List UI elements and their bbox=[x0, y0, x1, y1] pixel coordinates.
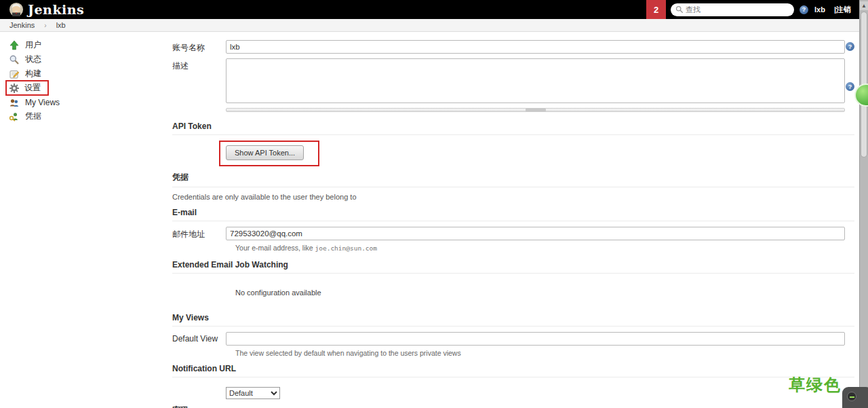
default-view-input[interactable] bbox=[226, 332, 845, 346]
show-api-token-button[interactable]: Show API Token... bbox=[226, 145, 304, 160]
row-end-spacer bbox=[845, 227, 854, 229]
scrollbar-up-arrow-icon[interactable]: ▲ bbox=[860, 1, 868, 10]
search-box[interactable] bbox=[671, 3, 794, 16]
credentials-note: Credentials are only available to the us… bbox=[172, 193, 854, 201]
notification-url-row: Default ? bbox=[163, 387, 854, 399]
breadcrumb-jenkins[interactable]: Jenkins bbox=[9, 21, 35, 29]
sidebar-item-label: 构建 bbox=[25, 68, 41, 79]
build-history-icon bbox=[9, 68, 20, 79]
alert-count-badge[interactable]: 2 bbox=[646, 0, 666, 19]
description-textarea[interactable] bbox=[226, 58, 845, 103]
sidebar-item-label: 状态 bbox=[25, 54, 41, 65]
extended-email-note: No configuration available bbox=[235, 289, 854, 297]
sidebar: 用户 状态 构建 设置 My Views bbox=[0, 32, 156, 124]
account-name-row: 账号名称 ? bbox=[163, 40, 854, 54]
app-title[interactable]: Jenkins bbox=[28, 2, 84, 17]
top-header: Jenkins 2 ? lxb |注销 bbox=[0, 0, 859, 19]
breadcrumb-separator-icon: › bbox=[44, 22, 46, 29]
jenkins-butler-logo-icon[interactable] bbox=[9, 2, 24, 17]
help-icon[interactable]: ? bbox=[846, 82, 854, 91]
minimize-circle-icon bbox=[847, 392, 856, 401]
user-config-form: 账号名称 ? 描述 ? API Token Show API Token... … bbox=[163, 32, 854, 408]
sidebar-item-configure[interactable]: 设置 bbox=[0, 81, 156, 95]
vertical-scrollbar[interactable]: ▲ bbox=[859, 0, 868, 408]
resize-grip-icon bbox=[526, 109, 546, 111]
section-extended-email: Extended Email Job Watching bbox=[172, 260, 854, 274]
breadcrumb: Jenkins › lxb bbox=[0, 19, 859, 32]
jenkins-user-config-page: Jenkins 2 ? lxb |注销 Jenkins › lxb 用户 bbox=[0, 0, 868, 408]
settings-highlight-annotation: 设置 bbox=[5, 80, 49, 96]
account-name-input[interactable] bbox=[226, 40, 845, 54]
default-view-help-text: The view selected by default when naviga… bbox=[235, 349, 854, 357]
description-row: 描述 ? bbox=[163, 58, 854, 105]
help-icon[interactable]: ? bbox=[846, 42, 854, 51]
textarea-resize-handle[interactable] bbox=[226, 108, 845, 112]
search-input[interactable] bbox=[686, 5, 789, 14]
sidebar-item-my-views[interactable]: My Views bbox=[0, 95, 156, 109]
status-search-icon bbox=[9, 54, 20, 65]
email-row: 邮件地址 bbox=[163, 227, 854, 240]
sidebar-item-status[interactable]: 状态 bbox=[0, 52, 156, 67]
sidebar-item-users[interactable]: 用户 bbox=[0, 38, 156, 52]
arrow-up-icon bbox=[9, 39, 20, 51]
email-help-example: joe.chin@sun.com bbox=[315, 244, 378, 252]
sidebar-item-label: 设置 bbox=[24, 82, 41, 94]
people-icon bbox=[9, 96, 20, 108]
default-view-label: Default View bbox=[172, 332, 226, 344]
notification-url-indent bbox=[172, 387, 226, 389]
default-view-row: Default View bbox=[163, 332, 854, 346]
annotation-text: 草绿色 bbox=[789, 374, 842, 396]
section-api-token: API Token bbox=[172, 122, 854, 135]
floating-green-widget[interactable] bbox=[854, 84, 868, 107]
search-icon bbox=[675, 5, 684, 14]
gear-icon bbox=[9, 82, 20, 94]
section-password: 密码 bbox=[172, 405, 854, 408]
notification-url-select[interactable]: Default bbox=[226, 387, 280, 399]
section-my-views: My Views bbox=[172, 313, 854, 327]
sidebar-item-label: 用户 bbox=[25, 39, 41, 51]
credentials-icon bbox=[9, 111, 20, 122]
breadcrumb-user[interactable]: lxb bbox=[56, 21, 66, 29]
search-help-icon[interactable]: ? bbox=[800, 5, 808, 14]
current-user-link[interactable]: lxb bbox=[814, 5, 825, 14]
api-token-highlight-annotation: Show API Token... bbox=[219, 141, 319, 166]
sidebar-item-builds[interactable]: 构建 bbox=[0, 67, 156, 81]
sidebar-item-label: 凭据 bbox=[25, 111, 41, 122]
sidebar-item-label: My Views bbox=[25, 98, 60, 107]
logout-link[interactable]: |注销 bbox=[834, 5, 851, 15]
floating-corner-widget[interactable] bbox=[842, 387, 868, 408]
sidebar-item-credentials[interactable]: 凭据 bbox=[0, 109, 156, 124]
row-end-spacer bbox=[845, 332, 854, 334]
email-help-text: Your e-mail address, like joe.chin@sun.c… bbox=[235, 244, 854, 252]
description-label: 描述 bbox=[172, 58, 226, 72]
section-notification-url: Notification URL bbox=[172, 364, 854, 377]
section-credentials: 凭据 bbox=[172, 172, 854, 187]
email-help-prefix: Your e-mail address, like bbox=[235, 244, 315, 252]
section-email: E-mail bbox=[172, 208, 854, 221]
email-input[interactable] bbox=[226, 227, 845, 240]
account-name-label: 账号名称 bbox=[172, 40, 226, 54]
email-label: 邮件地址 bbox=[172, 227, 226, 240]
